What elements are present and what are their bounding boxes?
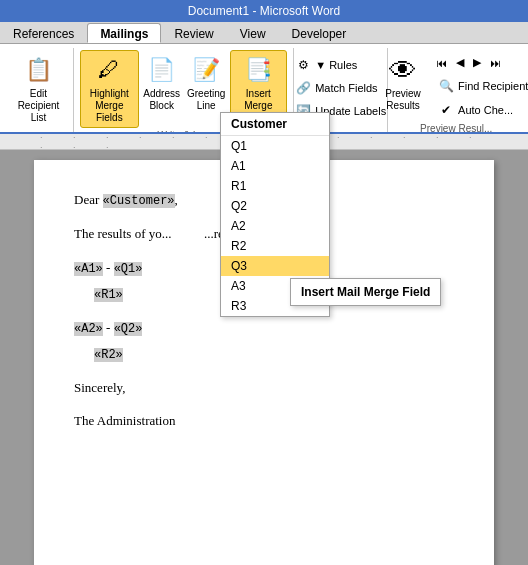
title-bar: Document1 - Microsoft Word bbox=[0, 0, 528, 22]
insert-merge-field-icon: 📑 bbox=[242, 54, 274, 86]
title-text: Document1 - Microsoft Word bbox=[188, 4, 341, 18]
doc-sincerely-line: Sincerely, bbox=[74, 378, 454, 398]
nav-last-button[interactable]: ⏭ bbox=[486, 55, 505, 71]
auto-check-icon: ✔ bbox=[438, 102, 454, 118]
auto-check-label: Auto Che... bbox=[458, 104, 513, 116]
dropdown-item-a2[interactable]: A2 bbox=[221, 216, 329, 236]
greeting-line-label: GreetingLine bbox=[187, 88, 225, 112]
find-recipient-icon: 🔍 bbox=[438, 78, 454, 94]
edit-recipient-list-button[interactable]: 📋 Edit Recipient List bbox=[10, 50, 67, 128]
rules-label: ▼ Rules bbox=[315, 59, 357, 71]
greeting-line-icon: 📝 bbox=[190, 54, 222, 86]
tab-developer[interactable]: Developer bbox=[279, 23, 360, 43]
preview-results-label: PreviewResults bbox=[385, 88, 421, 112]
nav-last-icon: ⏭ bbox=[490, 57, 501, 69]
address-block-button[interactable]: 📄 AddressBlock bbox=[141, 50, 183, 116]
match-fields-icon: 🔗 bbox=[295, 80, 311, 96]
highlight-merge-fields-button[interactable]: 🖊 HighlightMerge Fields bbox=[80, 50, 139, 128]
match-fields-button[interactable]: 🔗 Match Fields bbox=[289, 77, 392, 99]
rules-button[interactable]: ⚙ ▼ Rules bbox=[289, 54, 392, 76]
dropdown-header: Customer bbox=[221, 113, 329, 136]
nav-first-button[interactable]: ⏮ bbox=[432, 55, 451, 71]
doc-r2-line: «R2» bbox=[74, 344, 454, 364]
dropdown-item-a1[interactable]: A1 bbox=[221, 156, 329, 176]
ribbon-group-start: 📋 Edit Recipient List bbox=[4, 48, 74, 132]
nav-prev-icon: ◀ bbox=[456, 56, 464, 69]
highlight-merge-fields-label: HighlightMerge Fields bbox=[86, 88, 133, 124]
preview-results-button[interactable]: 👁 PreviewResults bbox=[378, 50, 428, 116]
edit-recipient-list-label: Edit Recipient List bbox=[16, 88, 61, 124]
match-fields-label: Match Fields bbox=[315, 82, 377, 94]
address-block-label: AddressBlock bbox=[143, 88, 180, 112]
dropdown-item-r1[interactable]: R1 bbox=[221, 176, 329, 196]
auto-check-button[interactable]: ✔ Auto Che... bbox=[432, 99, 528, 121]
tab-review[interactable]: Review bbox=[161, 23, 226, 43]
rules-icon: ⚙ bbox=[295, 57, 311, 73]
ribbon-group-preview: 👁 PreviewResults ⏮ ◀ ▶ ⏭ 🔍 Find Recipien… bbox=[388, 48, 524, 132]
find-recipient-label: Find Recipient bbox=[458, 80, 528, 92]
edit-recipient-list-icon: 📋 bbox=[22, 54, 54, 86]
preview-results-icon: 👁 bbox=[387, 54, 419, 86]
dropdown-item-q2[interactable]: Q2 bbox=[221, 196, 329, 216]
customer-field: «Customer» bbox=[103, 194, 175, 208]
dropdown-item-q3[interactable]: Q3 bbox=[221, 256, 329, 276]
greeting-line-button[interactable]: 📝 GreetingLine bbox=[185, 50, 228, 116]
address-block-icon: 📄 bbox=[146, 54, 178, 86]
doc-admin-line: The Administration bbox=[74, 411, 454, 431]
doc-a2-q2-line: «A2» - «Q2» bbox=[74, 318, 454, 338]
dropdown-item-r2[interactable]: R2 bbox=[221, 236, 329, 256]
find-recipient-button[interactable]: 🔍 Find Recipient bbox=[432, 75, 528, 97]
nav-next-button[interactable]: ▶ bbox=[469, 54, 485, 71]
nav-first-icon: ⏮ bbox=[436, 57, 447, 69]
insert-mail-merge-tooltip: Insert Mail Merge Field bbox=[290, 278, 441, 306]
tab-references[interactable]: References bbox=[0, 23, 87, 43]
tab-bar: References Mailings Review View Develope… bbox=[0, 22, 528, 44]
tab-mailings[interactable]: Mailings bbox=[87, 23, 161, 43]
nav-next-icon: ▶ bbox=[473, 56, 481, 69]
tab-view[interactable]: View bbox=[227, 23, 279, 43]
highlight-merge-fields-icon: 🖊 bbox=[93, 54, 125, 86]
nav-prev-button[interactable]: ◀ bbox=[452, 54, 468, 71]
start-buttons: 📋 Edit Recipient List bbox=[10, 50, 67, 130]
dropdown-item-q1[interactable]: Q1 bbox=[221, 136, 329, 156]
